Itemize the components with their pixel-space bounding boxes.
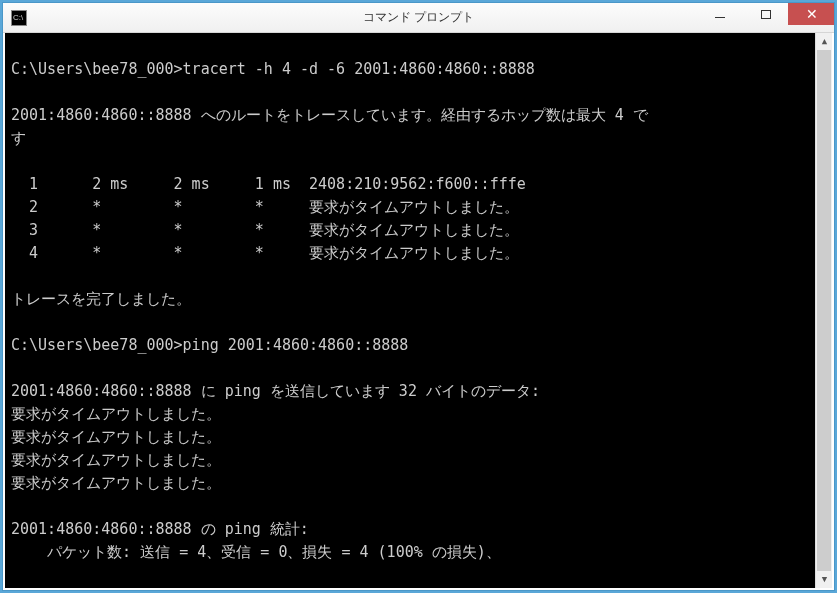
output-line — [11, 495, 826, 518]
terminal-area[interactable]: C:\Users\bee78_000>tracert -h 4 -d -6 20… — [3, 33, 834, 590]
output-line — [11, 564, 826, 587]
output-line — [11, 357, 826, 380]
output-line: 要求がタイムアウトしました。 — [11, 403, 826, 426]
output-line: 要求がタイムアウトしました。 — [11, 426, 826, 449]
output-line: す — [11, 127, 826, 150]
scroll-thumb[interactable] — [817, 50, 831, 571]
prompt-line: C:\Users\bee78_000>tracert -h 4 -d -6 20… — [11, 58, 826, 81]
output-line: 要求がタイムアウトしました。 — [11, 472, 826, 495]
prompt-line: C:\Users\bee78_000>ping 2001:4860:4860::… — [11, 334, 826, 357]
output-line — [11, 265, 826, 288]
prompt-line: C:\Users\bee78_000> — [11, 587, 826, 590]
output-line — [11, 81, 826, 104]
prompt: C:\Users\bee78_000> — [11, 60, 183, 78]
output-line: トレースを完了しました。 — [11, 288, 826, 311]
output-line — [11, 35, 826, 58]
cmd-icon: C:\ — [11, 10, 27, 26]
minimize-button[interactable] — [696, 3, 742, 25]
window-controls: ✕ — [696, 3, 834, 32]
output-line: パケット数: 送信 = 4、受信 = 0、損失 = 4 (100% の損失)、 — [11, 541, 826, 564]
close-button[interactable]: ✕ — [788, 3, 834, 25]
output-line: 要求がタイムアウトしました。 — [11, 449, 826, 472]
hop-row: 1 2 ms 2 ms 1 ms 2408:210:9562:f600::fff… — [11, 173, 826, 196]
scroll-track[interactable] — [816, 50, 832, 571]
prompt: C:\Users\bee78_000> — [11, 336, 183, 354]
output-line — [11, 150, 826, 173]
command: tracert -h 4 -d -6 2001:4860:4860::8888 — [183, 60, 535, 78]
output-line: 2001:4860:4860::8888 に ping を送信しています 32 … — [11, 380, 826, 403]
prompt: C:\Users\bee78_000> — [11, 589, 183, 590]
output-line: 2001:4860:4860::8888 の ping 統計: — [11, 518, 826, 541]
scroll-down-button[interactable]: ▼ — [816, 571, 833, 588]
output-line: 2001:4860:4860::8888 へのルートをトレースしています。経由す… — [11, 104, 826, 127]
hop-row: 4 * * * 要求がタイムアウトしました。 — [11, 242, 826, 265]
scroll-up-button[interactable]: ▲ — [816, 33, 833, 50]
command-prompt-window: C:\ コマンド プロンプト ✕ C:\Users\bee78_000>trac… — [2, 2, 835, 591]
window-title: コマンド プロンプト — [363, 9, 474, 26]
output-line — [11, 311, 826, 334]
command: ping 2001:4860:4860::8888 — [183, 336, 409, 354]
titlebar[interactable]: C:\ コマンド プロンプト ✕ — [3, 3, 834, 33]
maximize-button[interactable] — [742, 3, 788, 25]
hop-row: 3 * * * 要求がタイムアウトしました。 — [11, 219, 826, 242]
scrollbar[interactable]: ▲ ▼ — [815, 33, 832, 588]
hop-row: 2 * * * 要求がタイムアウトしました。 — [11, 196, 826, 219]
